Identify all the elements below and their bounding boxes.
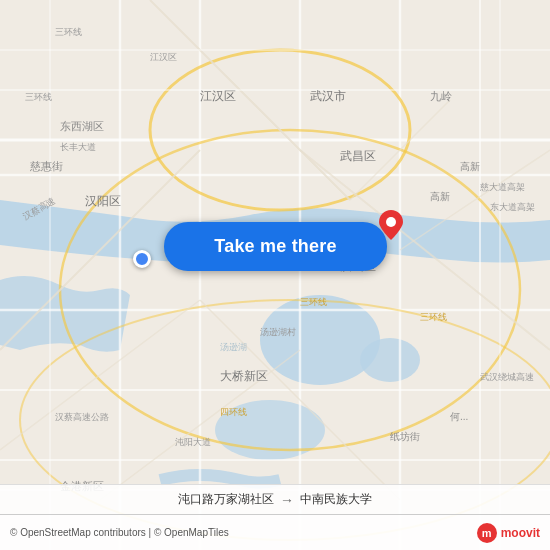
svg-text:九岭: 九岭 [430, 90, 452, 102]
svg-text:汤逊湖: 汤逊湖 [220, 342, 247, 352]
svg-point-2 [360, 338, 420, 382]
moovit-brand-name: moovit [501, 526, 540, 540]
svg-text:武汉市: 武汉市 [310, 89, 346, 103]
svg-text:四环线: 四环线 [220, 407, 247, 417]
origin-marker [133, 250, 151, 268]
svg-text:大桥新区: 大桥新区 [220, 369, 268, 383]
svg-text:东西湖区: 东西湖区 [60, 120, 104, 132]
destination-marker [379, 210, 403, 240]
map-background: 慈惠街 东西湖区 汉阳区 江汉区 武汉市 武昌区 九岭 洪山区 大桥新区 金港新… [0, 0, 550, 550]
svg-text:东大道高架: 东大道高架 [490, 202, 535, 212]
map-container: 慈惠街 东西湖区 汉阳区 江汉区 武汉市 武昌区 九岭 洪山区 大桥新区 金港新… [0, 0, 550, 550]
svg-text:江汉区: 江汉区 [200, 89, 236, 103]
bottom-bar: © OpenStreetMap contributors | © OpenMap… [0, 514, 550, 550]
svg-text:何...: 何... [450, 411, 468, 422]
svg-text:三环线: 三环线 [300, 297, 327, 307]
svg-text:高新: 高新 [460, 161, 480, 172]
route-bar: 沌口路万家湖社区 → 中南民族大学 [0, 484, 550, 514]
take-me-there-button[interactable]: Take me there [164, 222, 387, 271]
svg-text:武汉绕城高速: 武汉绕城高速 [480, 372, 534, 382]
svg-text:纸坊街: 纸坊街 [390, 431, 420, 442]
svg-point-59 [386, 217, 396, 227]
route-origin: 沌口路万家湖社区 [178, 491, 274, 508]
svg-point-1 [260, 295, 380, 385]
svg-text:慈大道高架: 慈大道高架 [479, 182, 525, 192]
svg-text:汉蔡高速公路: 汉蔡高速公路 [55, 412, 109, 422]
route-arrow: → [280, 492, 294, 508]
moovit-icon: m [477, 523, 497, 543]
svg-text:长丰大道: 长丰大道 [60, 142, 96, 152]
svg-text:江汉区: 江汉区 [150, 52, 177, 62]
svg-text:三环线: 三环线 [55, 27, 82, 37]
svg-text:慈惠街: 慈惠街 [29, 160, 63, 172]
moovit-logo: m moovit [477, 523, 540, 543]
svg-text:三环线: 三环线 [25, 92, 52, 102]
route-destination: 中南民族大学 [300, 491, 372, 508]
svg-text:沌阳大道: 沌阳大道 [175, 437, 211, 447]
svg-text:汤逊湖村: 汤逊湖村 [260, 327, 296, 337]
svg-rect-0 [0, 0, 550, 550]
svg-text:高新: 高新 [430, 191, 450, 202]
svg-text:汉阳区: 汉阳区 [85, 194, 121, 208]
svg-text:三环线: 三环线 [420, 312, 447, 322]
svg-text:武昌区: 武昌区 [340, 149, 376, 163]
map-attribution: © OpenStreetMap contributors | © OpenMap… [10, 527, 229, 538]
